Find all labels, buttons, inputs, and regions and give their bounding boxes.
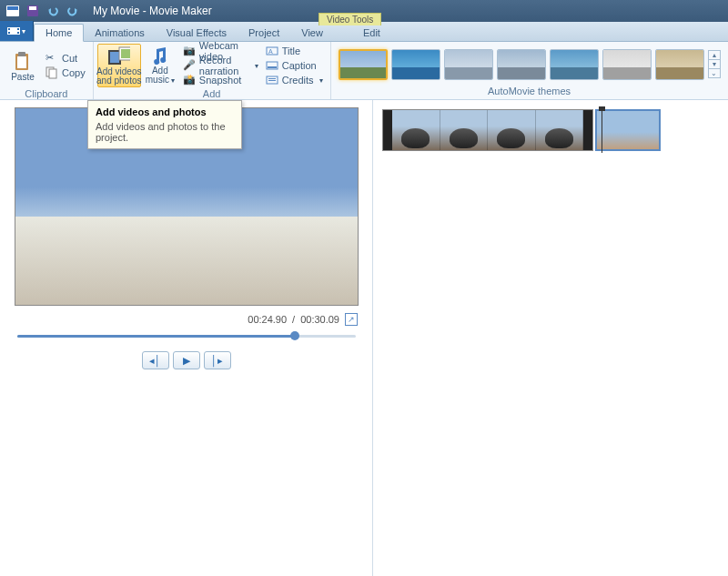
svg-text:A: A: [268, 48, 273, 55]
group-label-automovie: AutoMovie themes: [335, 85, 724, 97]
tooltip-body: Add videos and photos to the project.: [96, 121, 234, 143]
undo-icon[interactable]: [44, 3, 62, 19]
play-button[interactable]: ▶: [173, 351, 200, 369]
theme-thumb-5[interactable]: [550, 49, 599, 80]
workspace: 00:24.90/00:30.09 ↗ ◂│ ▶ │▸: [0, 100, 728, 576]
svg-rect-24: [268, 80, 276, 81]
gallery-more-button[interactable]: ⌄: [709, 69, 720, 77]
save-icon[interactable]: [24, 3, 42, 19]
svg-rect-8: [17, 32, 19, 34]
quick-access-toolbar: [4, 3, 82, 19]
add-videos-photos-button[interactable]: Add videos and photos: [97, 44, 141, 87]
group-label-add: Add: [97, 87, 327, 100]
ribbon: Paste ✂ Cut Copy Clipboard Add videos an…: [0, 42, 728, 100]
svg-rect-11: [17, 56, 26, 68]
step-back-icon: ◂│: [149, 355, 161, 367]
tooltip-add-videos: Add videos and photos Add videos and pho…: [87, 100, 242, 149]
cut-button[interactable]: ✂ Cut: [42, 51, 89, 66]
scissors-icon: ✂: [46, 52, 58, 65]
time-display-row: 00:24.90/00:30.09 ↗: [248, 313, 358, 326]
gallery-down-button[interactable]: ▾: [709, 60, 720, 69]
svg-rect-7: [17, 28, 19, 30]
record-narration-button[interactable]: 🎤 Record narration ▾: [179, 58, 262, 73]
add-music-button[interactable]: Add music▾: [141, 44, 179, 87]
theme-thumb-2[interactable]: [391, 49, 440, 80]
expand-icon: ↗: [348, 315, 355, 324]
svg-rect-5: [8, 28, 10, 30]
theme-thumb-7[interactable]: [655, 49, 704, 80]
svg-rect-10: [18, 52, 25, 56]
chevron-down-icon: ▾: [319, 76, 323, 85]
play-icon: ▶: [183, 355, 190, 367]
preview-pane: 00:24.90/00:30.09 ↗ ◂│ ▶ │▸: [0, 100, 373, 576]
chevron-down-icon: ▾: [22, 27, 25, 35]
tab-view[interactable]: View: [290, 25, 334, 41]
theme-thumb-3[interactable]: [444, 49, 493, 80]
gallery-up-button[interactable]: ▴: [709, 51, 720, 60]
window-title: My Movie - Movie Maker: [93, 5, 724, 17]
prev-frame-button[interactable]: ◂│: [142, 351, 169, 369]
filmstrip-icon: [7, 25, 20, 36]
ribbon-group-add: Add videos and photos Add music▾ 📷 Webca…: [94, 42, 331, 99]
video-clip[interactable]: [382, 109, 593, 151]
chevron-down-icon: ▾: [171, 76, 175, 85]
webcam-icon: 📷: [183, 45, 196, 57]
paste-button[interactable]: Paste: [4, 44, 42, 87]
paste-icon: [12, 50, 34, 72]
gallery-scroll: ▴ ▾ ⌄: [708, 50, 721, 78]
ribbon-group-automovie: ▴ ▾ ⌄ AutoMovie themes: [331, 42, 728, 99]
title-button[interactable]: A Title: [262, 44, 327, 58]
credits-button[interactable]: Credits ▾: [262, 73, 327, 87]
svg-rect-17: [121, 49, 130, 58]
timeline-pane: [373, 100, 728, 576]
music-note-icon: [149, 45, 171, 66]
seek-thumb[interactable]: [290, 331, 299, 340]
playback-duration: 00:30.09: [300, 314, 339, 325]
svg-rect-13: [49, 69, 56, 78]
tab-animations[interactable]: Animations: [84, 25, 155, 41]
svg-rect-6: [8, 32, 10, 34]
theme-thumb-4[interactable]: [497, 49, 546, 80]
credits-icon: [266, 74, 278, 86]
copy-button[interactable]: Copy: [42, 66, 89, 80]
fullscreen-button[interactable]: ↗: [345, 313, 358, 326]
context-tab-group: Video Tools: [318, 13, 381, 25]
photo-clip[interactable]: [595, 109, 661, 151]
redo-icon[interactable]: [64, 3, 82, 19]
playhead[interactable]: [602, 109, 602, 153]
tab-edit[interactable]: Edit: [352, 25, 391, 41]
svg-rect-23: [268, 78, 276, 79]
next-frame-button[interactable]: │▸: [204, 351, 231, 369]
file-menu-button[interactable]: ▾: [0, 21, 34, 41]
svg-rect-3: [29, 6, 36, 10]
svg-rect-1: [7, 6, 18, 10]
app-button[interactable]: [4, 3, 22, 19]
snapshot-icon: 📸: [183, 74, 196, 86]
ribbon-group-clipboard: Paste ✂ Cut Copy Clipboard: [0, 42, 94, 99]
caption-button[interactable]: Caption: [262, 58, 327, 73]
automovie-gallery: ▴ ▾ ⌄: [335, 47, 724, 82]
theme-thumb-6[interactable]: [602, 49, 652, 80]
group-label-clipboard: Clipboard: [4, 87, 89, 100]
microphone-icon: 🎤: [183, 59, 196, 72]
tab-visual-effects[interactable]: Visual Effects: [156, 25, 238, 41]
ribbon-tab-strip: ▾ Home Animations Visual Effects Project…: [0, 22, 728, 42]
context-tab-group-label: Video Tools: [318, 13, 381, 25]
step-forward-icon: │▸: [211, 355, 223, 367]
title-icon: A: [266, 45, 278, 57]
copy-icon: [46, 66, 58, 79]
playback-controls: ◂│ ▶ │▸: [142, 351, 231, 369]
tab-home[interactable]: Home: [34, 24, 84, 42]
caption-icon: [266, 59, 278, 72]
chevron-down-icon: ▾: [255, 62, 258, 70]
clip-strip: [382, 109, 719, 151]
theme-thumb-1[interactable]: [339, 49, 388, 80]
tooltip-title: Add videos and photos: [96, 106, 234, 117]
svg-rect-15: [110, 52, 119, 63]
snapshot-button[interactable]: 📸 Snapshot: [179, 73, 262, 87]
add-media-icon: [108, 46, 130, 66]
playback-position: 00:24.90: [248, 314, 287, 325]
svg-rect-21: [268, 66, 277, 68]
seek-slider[interactable]: [17, 329, 356, 342]
tab-project[interactable]: Project: [238, 25, 290, 41]
